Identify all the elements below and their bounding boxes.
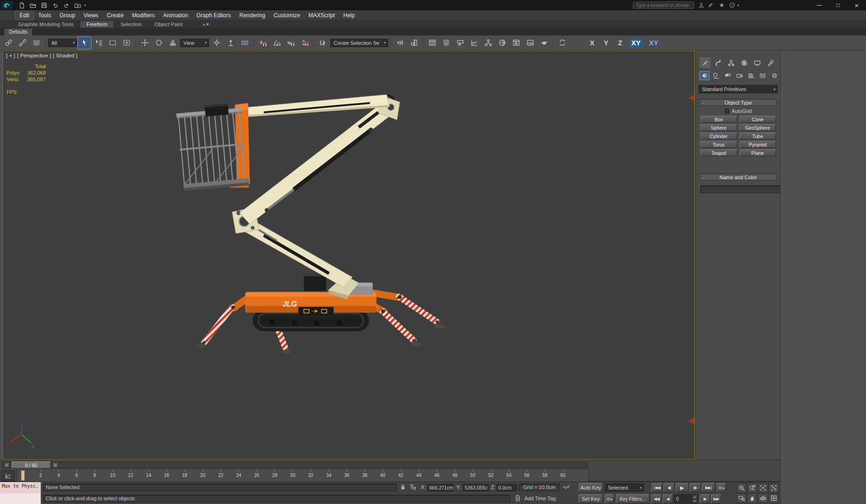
category-systems-icon[interactable] (769, 71, 780, 80)
object-type-button-cylinder[interactable]: Cylinder (700, 133, 737, 140)
align-icon[interactable] (407, 37, 420, 49)
menu-maxscript[interactable]: MAXScript (304, 11, 339, 20)
render-production-icon[interactable] (538, 37, 551, 49)
percent-snap-toggle-icon[interactable] (284, 37, 297, 49)
add-time-tag[interactable]: Add Time Tag (524, 496, 556, 501)
select-and-rotate-icon[interactable] (152, 37, 165, 49)
track-bar-ruler[interactable]: 2468101214161820222426283032343638404244… (17, 469, 589, 482)
mirror-icon[interactable] (393, 37, 406, 49)
set-key-filters-icon[interactable] (605, 494, 614, 504)
search-field[interactable] (633, 1, 694, 9)
bind-to-space-warp-icon[interactable] (30, 37, 43, 49)
menu-rendering[interactable]: Rendering (235, 11, 269, 20)
object-type-button-torus[interactable]: Torus (700, 141, 737, 148)
menu-edit[interactable]: Edit (15, 11, 34, 20)
current-frame-field[interactable]: 0 ▴ ▾ (674, 494, 698, 504)
tab-hierarchy-icon[interactable] (726, 58, 737, 68)
menu-graph-editors[interactable]: Graph Editors (192, 11, 235, 20)
maxscript-macro-recorder[interactable]: Max to Physc. (0, 482, 41, 493)
goto-start-button[interactable]: |◀◀ (651, 483, 663, 492)
object-type-rollout-header[interactable]: - Object Type (699, 99, 777, 106)
undo-icon[interactable] (49, 0, 61, 10)
perspective-viewport[interactable]: JLG (2, 50, 695, 460)
ribbon-tab-selection[interactable]: Selection (114, 21, 147, 28)
object-type-button-box[interactable]: Box (700, 116, 737, 123)
tab-defaults[interactable]: Defaults (4, 28, 33, 35)
new-scene-icon[interactable] (16, 0, 27, 10)
x-coordinate-field[interactable]: 666.271cm (427, 484, 454, 491)
open-file-icon[interactable] (27, 0, 38, 10)
next-frame-arrow[interactable]: > (52, 462, 58, 468)
select-by-name-icon[interactable] (92, 37, 105, 49)
y-coordinate-field[interactable]: 5363.055c (463, 484, 489, 491)
tab-display-icon[interactable] (752, 58, 763, 68)
z-coordinate-field[interactable]: 0.0cm (496, 484, 517, 491)
category-geometry-icon[interactable] (699, 71, 710, 80)
auto-key-button[interactable]: Auto Key (579, 483, 603, 492)
axis-constraint-xy-flyout[interactable]: XY (647, 38, 660, 48)
favorites-icon[interactable] (717, 0, 727, 10)
circular-arrows-icon[interactable] (556, 37, 569, 49)
redo-icon[interactable] (61, 0, 72, 10)
toggle-scene-explorer-icon[interactable] (426, 37, 439, 49)
category-space-warps-icon[interactable] (758, 71, 768, 80)
toggle-ribbon-icon[interactable] (454, 37, 467, 49)
axis-constraint-xy[interactable]: XY (629, 38, 643, 48)
toggle-layer-explorer-icon[interactable] (440, 37, 453, 49)
select-and-manipulate-icon[interactable] (224, 37, 237, 49)
next-frame-button[interactable]: |▶ (690, 483, 701, 492)
snaps-toggle-3d-icon[interactable] (256, 37, 269, 49)
maxscript-mini-listener[interactable] (0, 493, 41, 504)
zoom-all-icon[interactable] (747, 483, 757, 493)
menu-modifiers[interactable]: Modifiers (128, 11, 159, 20)
tab-create-icon[interactable] (699, 58, 711, 68)
viewport-pov-menu[interactable]: [ Perspective ] (17, 53, 51, 58)
communication-center-icon[interactable] (706, 0, 717, 10)
current-frame-marker[interactable] (21, 470, 25, 481)
adaptive-degradation-icon[interactable] (563, 483, 573, 492)
curve-editor-icon[interactable] (468, 37, 481, 49)
tab-motion-icon[interactable] (739, 58, 750, 68)
spinner-down-icon[interactable]: ▾ (692, 499, 698, 503)
ribbon-tab-graphite-modeling-tools[interactable]: Graphite Modeling Tools (12, 21, 79, 28)
selection-set-dropdown[interactable]: Selected ▾ (605, 483, 644, 492)
viewport-general-menu[interactable]: [ + ] (6, 53, 15, 58)
zoom-icon[interactable] (736, 483, 747, 493)
save-file-icon[interactable] (38, 0, 49, 10)
pan-view-icon[interactable] (747, 493, 757, 503)
step-forward-button[interactable]: ▶ (700, 494, 710, 504)
menu-customize[interactable]: Customize (269, 11, 304, 20)
category-helpers-icon[interactable] (746, 71, 756, 80)
select-and-move-icon[interactable] (138, 37, 151, 49)
use-pivot-point-center-icon[interactable] (210, 37, 223, 49)
time-slider-handle[interactable]: 0 / 60 (12, 462, 51, 469)
current-frame-value[interactable]: 0 (674, 495, 692, 503)
geometry-category-dropdown[interactable]: Standard Primitives ▾ (698, 85, 778, 93)
zoom-region-icon[interactable] (736, 493, 747, 503)
previous-frame-button[interactable]: ◀| (663, 483, 675, 492)
tab-modify-icon[interactable] (712, 58, 724, 68)
goto-end-button[interactable]: ▶▶| (702, 483, 715, 492)
rectangular-selection-region-icon[interactable] (106, 37, 119, 49)
frame-spinner[interactable]: ▴ ▾ (692, 495, 698, 503)
app-logo-icon[interactable] (1, 1, 13, 9)
play-button[interactable]: ▶ (676, 483, 689, 492)
model-jlg-spider-lift[interactable]: JLG (176, 95, 446, 354)
axis-constraint-x[interactable]: X (587, 38, 597, 48)
unlink-selection-icon[interactable] (16, 37, 29, 49)
next-key-button[interactable]: ▶▶ (711, 494, 721, 504)
axis-constraint-y[interactable]: Y (601, 38, 611, 48)
menu-animation[interactable]: Animation (159, 11, 192, 20)
axis-constraint-z[interactable]: Z (615, 38, 625, 48)
selection-lock-icon[interactable] (399, 483, 408, 491)
menu-group[interactable]: Group (56, 11, 79, 20)
category-lights-icon[interactable] (723, 71, 733, 80)
render-setup-icon[interactable] (510, 37, 523, 49)
autogrid-checkbox[interactable] (725, 109, 729, 113)
menu-tools[interactable]: Tools (34, 11, 56, 20)
menu-views[interactable]: Views (79, 11, 103, 20)
upper-boom[interactable] (240, 99, 397, 224)
maximize-button[interactable]: □ (829, 0, 847, 10)
absolute-mode-icon[interactable] (410, 483, 418, 491)
jib-arm[interactable] (244, 95, 390, 117)
